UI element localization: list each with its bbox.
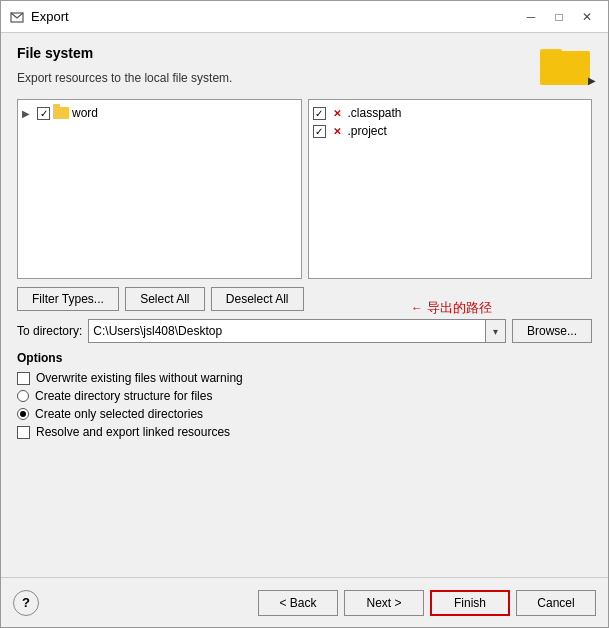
option-resolve-linked[interactable]: Resolve and export linked resources: [17, 423, 592, 441]
word-label: word: [72, 106, 98, 120]
directory-value: C:\Users\jsl408\Desktop: [89, 320, 485, 342]
directory-row: To directory: C:\Users\jsl408\Desktop ▾ …: [17, 319, 592, 343]
project-checkbox[interactable]: [313, 125, 326, 138]
tree-item-word[interactable]: ▶ word: [22, 104, 297, 122]
resolve-checkbox[interactable]: [17, 426, 30, 439]
option-overwrite[interactable]: Overwrite existing files without warning: [17, 369, 592, 387]
navigation-buttons: < Back Next > Finish Cancel: [258, 590, 596, 616]
options-title: Options: [17, 351, 592, 365]
deselect-all-button[interactable]: Deselect All: [211, 287, 304, 311]
options-section: Options Overwrite existing files without…: [17, 351, 592, 441]
finish-button[interactable]: Finish: [430, 590, 510, 616]
browse-button[interactable]: Browse...: [512, 319, 592, 343]
overwrite-checkbox[interactable]: [17, 372, 30, 385]
files-panel[interactable]: ✕ .classpath ✕ .project: [308, 99, 593, 279]
tree-panel[interactable]: ▶ word: [17, 99, 302, 279]
overwrite-label: Overwrite existing files without warning: [36, 371, 243, 385]
window-icon: [9, 9, 25, 25]
classpath-checkbox[interactable]: [313, 107, 326, 120]
maximize-button[interactable]: □: [546, 6, 572, 28]
option-create-selected[interactable]: Create only selected directories: [17, 405, 592, 423]
chevron-right-icon: ▶: [22, 108, 34, 119]
word-checkbox[interactable]: [37, 107, 50, 120]
back-button[interactable]: < Back: [258, 590, 338, 616]
resolve-label: Resolve and export linked resources: [36, 425, 230, 439]
window-title: Export: [31, 9, 518, 24]
cancel-button[interactable]: Cancel: [516, 590, 596, 616]
folder-decoration: ▶: [540, 41, 592, 90]
svg-rect-3: [540, 51, 590, 85]
create-selected-label: Create only selected directories: [35, 407, 203, 421]
dropdown-arrow-icon[interactable]: ▾: [485, 320, 505, 342]
main-panels: ▶ word ✕ .classpath ✕ .project: [17, 99, 592, 279]
section-title: File system: [17, 45, 592, 61]
filter-types-button[interactable]: Filter Types...: [17, 287, 119, 311]
help-button[interactable]: ?: [13, 590, 39, 616]
project-label: .project: [348, 124, 387, 138]
window-controls: ─ □ ✕: [518, 6, 600, 28]
directory-label: To directory:: [17, 324, 82, 338]
filter-buttons: Filter Types... Select All Deselect All: [17, 287, 592, 311]
close-button[interactable]: ✕: [574, 6, 600, 28]
export-dialog: Export ─ □ ✕ ▶ File system Export resour…: [0, 0, 609, 628]
create-dir-label: Create directory structure for files: [35, 389, 212, 403]
title-bar: Export ─ □ ✕: [1, 1, 608, 33]
dialog-content: ▶ File system Export resources to the lo…: [1, 33, 608, 577]
folder-icon: [53, 107, 69, 119]
x-icon-2: ✕: [330, 124, 344, 138]
file-item-classpath[interactable]: ✕ .classpath: [313, 104, 588, 122]
select-all-button[interactable]: Select All: [125, 287, 205, 311]
bottom-bar: ? < Back Next > Finish Cancel: [1, 577, 608, 627]
file-item-project[interactable]: ✕ .project: [313, 122, 588, 140]
directory-input-wrapper[interactable]: C:\Users\jsl408\Desktop ▾: [88, 319, 506, 343]
next-button[interactable]: Next >: [344, 590, 424, 616]
annotation: ← 导出的路径: [411, 299, 492, 317]
create-selected-radio[interactable]: [17, 408, 29, 420]
annotation-arrow-icon: ←: [411, 301, 423, 315]
minimize-button[interactable]: ─: [518, 6, 544, 28]
annotation-text: 导出的路径: [427, 299, 492, 317]
directory-section: ← 导出的路径 To directory: C:\Users\jsl408\De…: [17, 319, 592, 343]
section-desc: Export resources to the local file syste…: [17, 71, 592, 85]
option-create-dir-structure[interactable]: Create directory structure for files: [17, 387, 592, 405]
create-dir-radio[interactable]: [17, 390, 29, 402]
x-icon: ✕: [330, 106, 344, 120]
classpath-label: .classpath: [348, 106, 402, 120]
